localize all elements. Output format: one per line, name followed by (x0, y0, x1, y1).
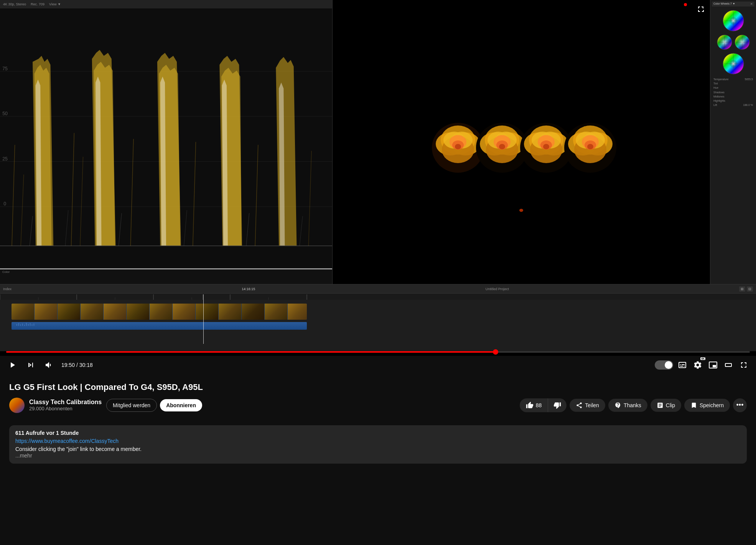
clip-button[interactable]: Clip (651, 399, 681, 412)
controls-right: 4K (655, 359, 750, 371)
video-title: LG G5 First Look | Compared To G4, S95D,… (9, 382, 747, 393)
param-tint: Tint (713, 81, 753, 86)
more-button[interactable]: ••• (733, 398, 747, 412)
desc-more[interactable]: ...mehr (15, 453, 32, 459)
channel-info: Classy Tech Calibrations 29.000 Abonnent… (29, 399, 102, 411)
toggle-knob (665, 361, 672, 369)
dislike-icon (553, 401, 561, 409)
settings-button[interactable] (692, 359, 704, 371)
theater-button[interactable] (722, 359, 735, 371)
description-area: 611 Aufrufe vor 1 Stunde https://www.buy… (9, 425, 747, 464)
param-hue: Hue (713, 86, 753, 90)
scope-label-view[interactable]: View ▼ (49, 2, 61, 6)
color-wheel-main[interactable] (722, 10, 744, 32)
svg-point-68 (543, 144, 549, 149)
desc-link[interactable]: https://www.buymeacoffee.com/ClassyTech (15, 438, 119, 444)
progress-bar[interactable] (6, 351, 750, 353)
channel-left: Classy Tech Calibrations 29.000 Abonnent… (9, 398, 202, 413)
channel-avatar[interactable] (9, 398, 25, 413)
volume-icon (44, 360, 54, 370)
time-separator: / (76, 362, 79, 368)
timeline-project: Untitled Project (486, 287, 509, 291)
scope-panel: 4K 30p, Stereo Rec. 709 View ▼ (0, 0, 333, 284)
channel-name: Classy Tech Calibrations (29, 399, 102, 406)
lift-value[interactable]: 188.0 % (743, 103, 753, 107)
svg-point-78 (587, 144, 593, 149)
clip-label: Clip (666, 402, 675, 408)
channel-row: Classy Tech Calibrations 29.000 Abonnent… (9, 398, 747, 413)
audio-waveform (13, 322, 305, 330)
recording-indicator (684, 3, 687, 6)
ruler-svg (0, 294, 614, 300)
share-button[interactable]: Teilen (570, 399, 605, 412)
color-wheels-row (716, 34, 750, 50)
midtones-label: Midtones (713, 94, 724, 99)
skip-next-button[interactable] (25, 359, 37, 371)
param-highlights: Highlights (713, 99, 753, 103)
share-icon (576, 402, 583, 409)
waveform-display: 75 50 25 0 (0, 8, 332, 269)
track-area (0, 300, 756, 344)
like-button[interactable]: 88 (520, 398, 548, 412)
share-label: Teilen (585, 402, 599, 408)
shadows-label: Shadows (713, 90, 725, 94)
video-clip[interactable] (12, 304, 307, 320)
thanks-button[interactable]: Thanks (608, 399, 647, 412)
timeline-btn-1[interactable]: ⊞ (739, 286, 745, 292)
fullscreen-button[interactable] (738, 359, 750, 371)
more-dots: ••• (736, 401, 744, 409)
volume-button[interactable] (43, 359, 55, 371)
subtitles-button[interactable] (676, 359, 688, 371)
time-display: 19:50 / 30:18 (61, 362, 93, 368)
video-page: 4K 30p, Stereo Rec. 709 View ▼ (0, 0, 756, 464)
clip-thumbnails (12, 304, 307, 320)
dislike-button[interactable] (548, 398, 567, 412)
thanks-label: Thanks (624, 402, 641, 408)
color-parameters: Temperature 5655.5 Tint Hue Shadows Midt… (712, 76, 754, 108)
param-shadows: Shadows (713, 90, 753, 94)
fullscreen-icon (739, 360, 748, 370)
like-icon (526, 401, 534, 409)
subtitles-icon (678, 360, 687, 370)
desc-meta: 611 Aufrufe vor 1 Stunde (15, 430, 741, 436)
svg-marker-17 (276, 57, 296, 246)
desc-text: Consider clicking the "join" link to bec… (15, 446, 741, 452)
video-controls: 19:50 / 30:18 (0, 356, 756, 376)
autoplay-toggle[interactable] (655, 360, 673, 370)
playhead (203, 300, 204, 344)
clip-icon (657, 402, 664, 409)
color-wheel-highlights[interactable] (734, 34, 750, 50)
svg-point-58 (499, 144, 505, 149)
color-wheel-midtones[interactable] (722, 53, 744, 75)
timeline-timecode: 14:16:15 (242, 287, 255, 291)
theater-icon (724, 360, 733, 370)
expand-button[interactable] (695, 3, 707, 15)
preview-panel (333, 0, 710, 284)
color-wheel-shadows[interactable] (716, 34, 733, 50)
svg-text:0: 0 (3, 201, 6, 206)
save-button[interactable]: Speichern (684, 399, 730, 412)
progress-container[interactable] (0, 351, 756, 353)
color-panel-title[interactable]: Color Wheels 7 ▼ (713, 2, 735, 6)
member-button[interactable]: Mitglied werden (106, 399, 157, 412)
play-icon (8, 360, 17, 370)
subscribe-button[interactable]: Abonnieren (160, 399, 202, 411)
progress-fill (6, 351, 496, 353)
miniplayer-button[interactable] (707, 359, 719, 371)
timeline-btn-2[interactable]: ⊟ (747, 286, 753, 292)
temperature-label: Temperature (713, 77, 728, 81)
temperature-value[interactable]: 5655.5 (745, 77, 753, 81)
video-player: 4K 30p, Stereo Rec. 709 View ▼ (0, 0, 756, 376)
play-button[interactable] (6, 359, 18, 371)
interaction-buttons: 88 Teilen (520, 398, 747, 412)
rose-preview (410, 69, 632, 215)
miniplayer-icon (708, 360, 718, 370)
4k-badge: 4K (700, 357, 705, 360)
timeline-ruler (0, 294, 756, 300)
color-panel-close[interactable]: ✕ (750, 2, 753, 6)
hue-label: Hue (713, 86, 718, 90)
scope-label-format: 4K 30p, Stereo (3, 2, 26, 6)
color-panel-header: Color Wheels 7 ▼ ✕ (712, 2, 754, 7)
timeline-label-index: Index (3, 287, 12, 291)
progress-thumb[interactable] (493, 349, 498, 355)
